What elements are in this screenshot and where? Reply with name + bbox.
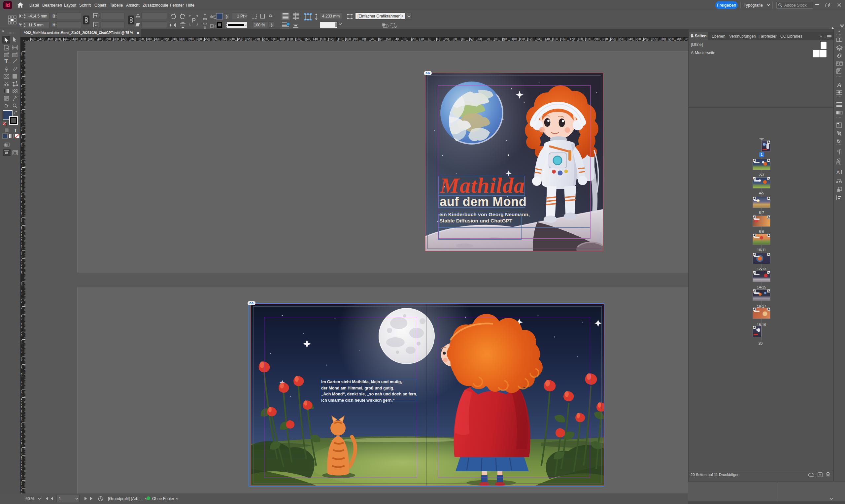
svg-text:P: P	[192, 17, 196, 24]
svg-text:A: A	[837, 169, 840, 175]
svg-text:A: A	[837, 82, 841, 88]
svg-text:a: a	[836, 180, 839, 183]
svg-text:fx: fx	[837, 139, 841, 144]
